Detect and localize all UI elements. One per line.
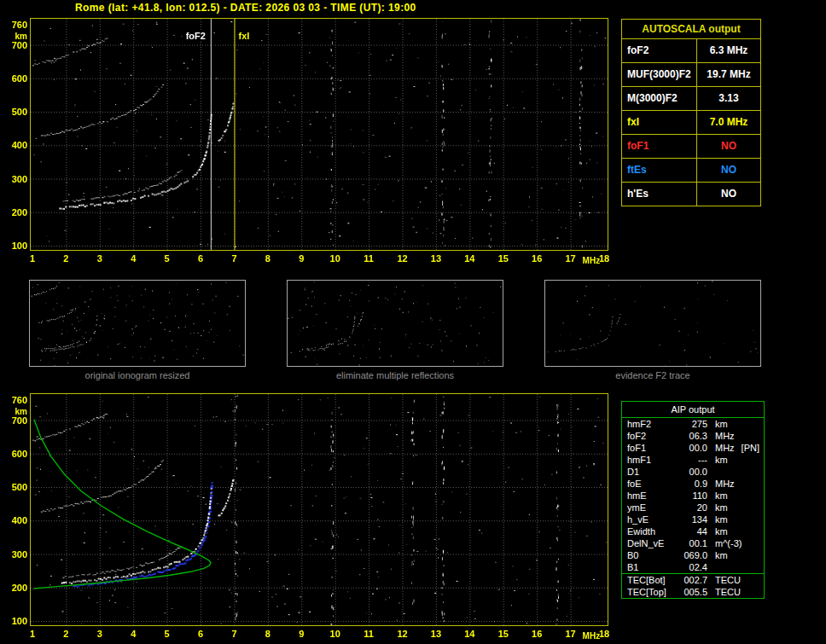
aip-row-note <box>759 513 764 525</box>
aip-row-label: D1 <box>622 466 677 478</box>
y-tick-label: 400 <box>3 515 27 525</box>
aip-row-label: hmF2 <box>622 418 677 430</box>
x-tick-label: 14 <box>459 629 480 639</box>
aip-row-label: DelN_vE <box>622 537 677 549</box>
aip-row-note <box>759 466 764 478</box>
aip-row-note <box>759 586 764 598</box>
aip-row-value: 134 <box>677 513 707 525</box>
aip-table: AIP output hmF2275kmfoF206.3MHzfoF100.0M… <box>621 401 765 599</box>
aip-row-value: 069.0 <box>677 549 707 561</box>
aip-row: TEC[Top]005.5TECU <box>622 586 764 598</box>
autoscala-row-label: foF2 <box>622 39 697 62</box>
autoscala-row-value: 7.0 MHz <box>697 111 760 134</box>
aip-row-value: 0.9 <box>677 478 707 490</box>
x-tick-label: 11 <box>358 253 379 264</box>
y-tick-label: 300 <box>3 174 27 184</box>
aip-table-rows: hmF2275kmfoF206.3MHzfoF100.0MHz[PN]hmF1-… <box>622 418 764 598</box>
aip-row-label: foF1 <box>622 442 677 454</box>
thumbnail-original-ionogram <box>29 280 246 367</box>
x-tick-label: 13 <box>426 253 446 264</box>
autoscala-row-value: NO <box>697 159 760 182</box>
autoscala-table: AUTOSCALA output foF26.3 MHzMUF(3000)F21… <box>621 19 761 206</box>
aip-row: B102.4 <box>622 561 764 573</box>
autoscala-row-value: 6.3 MHz <box>697 39 760 62</box>
x-tick-label: 4 <box>123 253 143 264</box>
x-tick-label: 9 <box>291 253 311 264</box>
x-tick-label: 12 <box>393 629 413 639</box>
x-tick-label: 5 <box>157 629 177 639</box>
autoscala-row-label: h'Es <box>622 183 697 206</box>
autoscala-table-header: AUTOSCALA output <box>622 20 760 39</box>
x-tick-label: 15 <box>493 629 514 639</box>
aip-row-note <box>759 502 764 513</box>
x-tick-label: 1 <box>22 629 43 639</box>
x-tick-label: 12 <box>393 253 413 264</box>
thumbnail-evidence-canvas <box>545 281 760 366</box>
aip-row-value: 110 <box>677 490 707 502</box>
x-tick-label: 4 <box>123 629 143 639</box>
aip-row-label: TEC[Bot] <box>622 574 677 586</box>
aip-row: DelN_vE00.1m^(-3) <box>622 537 764 549</box>
aip-row-label: foE <box>622 478 677 490</box>
aip-row-note <box>759 561 764 573</box>
aip-row-note <box>759 490 764 502</box>
aip-row-label: hmE <box>622 490 677 502</box>
aip-row-note <box>759 478 764 490</box>
aip-row-unit <box>707 561 715 573</box>
x-tick-label: 6 <box>190 629 211 639</box>
aip-table-header: AIP output <box>622 402 764 418</box>
x-tick-label: 18 <box>594 629 614 639</box>
thumbnail-original-canvas <box>30 281 245 366</box>
top-ionogram-canvas <box>31 19 608 250</box>
autoscala-row-label: fxI <box>622 111 697 134</box>
aip-row-note <box>759 525 764 537</box>
x-tick-label: 3 <box>90 253 110 264</box>
aip-row: hmE110km <box>622 490 764 502</box>
aip-row-value: 275 <box>677 418 707 430</box>
aip-row-value: 002.7 <box>677 574 707 586</box>
thumbnail-evidence-f2 <box>544 280 761 367</box>
aip-row: ymE20km <box>622 502 764 513</box>
aip-row: B0069.0km <box>622 549 764 561</box>
aip-row-unit: TECU <box>707 586 741 598</box>
autoscala-row-label: foF1 <box>622 135 697 158</box>
aip-row-value: 00.0 <box>677 466 707 478</box>
y-tick-label: 100 <box>3 616 27 626</box>
aip-row: Ewidth44km <box>622 525 764 537</box>
x-tick-label: 7 <box>224 629 244 639</box>
x-tick-label: 1 <box>22 253 43 264</box>
bottom-ionogram-plot <box>30 393 608 626</box>
autoscala-screen: { "title": "Rome (lat: +41.8, lon: 012.5… <box>0 0 826 644</box>
aip-row-note <box>759 430 764 442</box>
x-tick-label: 10 <box>325 253 346 264</box>
x-tick-label: 11 <box>358 629 379 639</box>
x-tick-label: 2 <box>55 253 76 264</box>
aip-row: D100.0 <box>622 466 764 478</box>
aip-row: foE0.9MHz <box>622 478 764 490</box>
autoscala-row-value: 19.7 MHz <box>697 63 760 86</box>
aip-row-value: 02.4 <box>677 561 707 573</box>
aip-row-label: B1 <box>622 561 677 573</box>
thumbnail-caption-original: original ionogram resized <box>29 370 246 380</box>
aip-row-label: h_vE <box>622 513 677 525</box>
aip-row-unit: km <box>707 418 728 430</box>
y-tick-label: 700 <box>3 415 27 426</box>
aip-row-label: Ewidth <box>622 525 677 537</box>
autoscala-row-value: 3.13 <box>697 87 760 110</box>
thumbnail-eliminate-multiples <box>287 280 503 367</box>
x-tick-label: 8 <box>258 629 278 639</box>
aip-row: hmF1---km <box>622 454 764 466</box>
autoscala-row-label: M(3000)F2 <box>622 87 697 110</box>
x-tick-label: 13 <box>426 629 446 639</box>
aip-row-unit: km <box>707 502 728 513</box>
aip-row-value: 20 <box>677 502 707 513</box>
autoscala-row-label: ftEs <box>622 159 697 182</box>
x-tick-label: 10 <box>325 629 346 639</box>
y-axis-unit-label: km <box>3 32 27 41</box>
y-tick-label: 760 <box>3 395 27 405</box>
x-tick-label: 14 <box>459 253 480 264</box>
x-tick-label: 17 <box>561 629 581 639</box>
y-tick-label: 200 <box>3 583 27 593</box>
x-axis-unit-label: MHz <box>583 631 607 641</box>
autoscala-row: MUF(3000)F219.7 MHz <box>622 63 760 87</box>
